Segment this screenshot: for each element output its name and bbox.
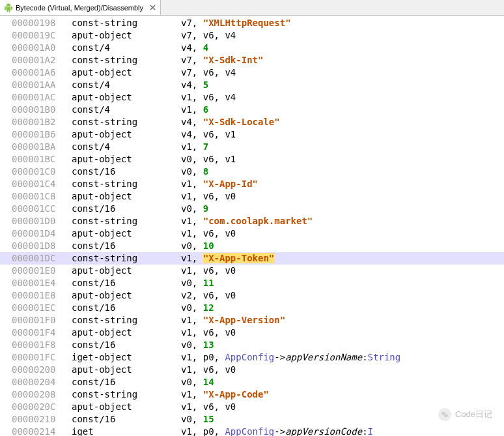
code-line[interactable]: 0000020Caput-objectv1, v6, v0 [0,401,504,413]
operands: v1, v6, v0 [181,227,236,240]
operands: v4, 5 [181,79,208,91]
code-line[interactable]: 000001BCaput-objectv0, v6, v1 [0,153,504,166]
instruction: aput-object [72,364,181,376]
code-line[interactable]: 000001C4const-stringv1, "X-App-Id" [0,178,504,190]
instruction: const/4 [72,104,181,116]
instruction: const-string [72,388,181,401]
address: 000001BC [12,153,72,166]
disassembly-listing[interactable]: 00000198const-stringv7, "XMLHttpRequest"… [0,16,504,436]
code-line[interactable]: 000001E8aput-objectv2, v6, v0 [0,289,504,302]
address: 000001AC [12,91,72,104]
code-line[interactable]: 000001E0aput-objectv1, v6, v0 [0,265,504,277]
operands: v1, "com.coolapk.market" [181,215,313,227]
code-line[interactable]: 000001ACaput-objectv1, v6, v4 [0,91,504,104]
operands: v1, v6, v0 [181,190,236,203]
code-line[interactable]: 000001BAconst/4v1, 7 [0,141,504,153]
operands: v1, "X-App-Code" [181,388,269,401]
code-line[interactable]: 000001A6aput-objectv7, v6, v4 [0,66,504,79]
address: 000001B6 [12,128,72,141]
address: 000001F4 [12,327,72,339]
address: 0000020C [12,401,72,413]
operands: v1, p0, AppConfig->appVersionCode:I [181,426,373,436]
address: 000001E0 [12,265,72,277]
instruction: iget [72,426,181,436]
android-icon [4,3,13,12]
code-line[interactable]: 000001A2const-stringv7, "X-Sdk-Int" [0,54,504,66]
code-line[interactable]: 00000208const-stringv1, "X-App-Code" [0,388,504,401]
code-line[interactable]: 000001A0const/4v4, 4 [0,42,504,54]
code-line[interactable]: 00000200aput-objectv1, v6, v0 [0,364,504,376]
instruction: const/16 [72,339,181,351]
code-line[interactable]: 00000204const/16v0, 14 [0,376,504,388]
operands: v7, v6, v4 [181,66,236,79]
code-line[interactable]: 000001F4aput-objectv1, v6, v0 [0,327,504,339]
code-line[interactable]: 000001E4const/16v0, 11 [0,277,504,289]
address: 000001D0 [12,215,72,227]
instruction: const-string [72,116,181,128]
operands: v0, 15 [181,413,214,426]
address: 000001B0 [12,104,72,116]
operands: v7, "X-Sdk-Int" [181,54,263,66]
address: 000001E4 [12,277,72,289]
close-icon[interactable] [148,4,156,12]
code-line[interactable]: 000001B2const-stringv4, "X-Sdk-Locale" [0,116,504,128]
instruction: aput-object [72,190,181,203]
code-line[interactable]: 000001D4aput-objectv1, v6, v0 [0,227,504,240]
code-line[interactable]: 000001F0const-stringv1, "X-App-Version" [0,314,504,327]
code-line[interactable]: 000001DCconst-stringv1, "X-App-Token" [0,252,504,265]
operands: v0, 8 [181,166,208,178]
address: 000001C4 [12,178,72,190]
operands: v1, v6, v4 [181,91,236,104]
address: 000001A0 [12,42,72,54]
operands: v1, v6, v0 [181,401,236,413]
operands: v7, v6, v4 [181,29,236,42]
code-line[interactable]: 000001B6aput-objectv4, v6, v1 [0,128,504,141]
code-line[interactable]: 00000210const/16v0, 15 [0,413,504,426]
instruction: aput-object [72,91,181,104]
address: 00000214 [12,426,72,436]
operands: v4, "X-Sdk-Locale" [181,116,280,128]
address: 000001F8 [12,339,72,351]
operands: v1, v6, v0 [181,364,236,376]
address: 00000210 [12,413,72,426]
operands: v2, v6, v0 [181,289,236,302]
instruction: aput-object [72,227,181,240]
code-line[interactable]: 00000214igetv1, p0, AppConfig->appVersio… [0,426,504,436]
instruction: const-string [72,178,181,190]
code-line[interactable]: 000001F8const/16v0, 13 [0,339,504,351]
address: 000001BA [12,141,72,153]
operands: v4, 4 [181,42,208,54]
instruction: aput-object [72,265,181,277]
code-line[interactable]: 000001CCconst/16v0, 9 [0,203,504,215]
instruction: const/16 [72,166,181,178]
instruction: const-string [72,54,181,66]
code-line[interactable]: 000001ECconst/16v0, 12 [0,302,504,314]
code-line[interactable]: 000001C8aput-objectv1, v6, v0 [0,190,504,203]
code-line[interactable]: 000001B0const/4v1, 6 [0,104,504,116]
instruction: const/16 [72,376,181,388]
instruction: const-string [72,17,181,29]
address: 00000204 [12,376,72,388]
instruction: aput-object [72,401,181,413]
instruction: const/16 [72,203,181,215]
instruction: const/16 [72,277,181,289]
code-line[interactable]: 000001D0const-stringv1, "com.coolapk.mar… [0,215,504,227]
code-line[interactable]: 000001D8const/16v0, 10 [0,240,504,252]
code-line[interactable]: 000001FCiget-objectv1, p0, AppConfig->ap… [0,351,504,364]
instruction: const/4 [72,79,181,91]
operands: v1, "X-App-Id" [181,178,258,190]
code-line[interactable]: 0000019Caput-objectv7, v6, v4 [0,29,504,42]
code-line[interactable]: 000001AAconst/4v4, 5 [0,79,504,91]
code-line[interactable]: 00000198const-stringv7, "XMLHttpRequest" [0,17,504,29]
address: 000001EC [12,302,72,314]
operands: v0, 11 [181,277,214,289]
instruction: const/16 [72,413,181,426]
operands: v1, "X-App-Token" [181,252,274,265]
operands: v0, 13 [181,339,214,351]
operands: v0, 12 [181,302,214,314]
tab-title: Bytecode (Virtual, Merged)/Disassembly [16,4,143,12]
operands: v0, 14 [181,376,214,388]
code-line[interactable]: 000001C0const/16v0, 8 [0,166,504,178]
address: 000001FC [12,351,72,364]
disassembly-tab[interactable]: Bytecode (Virtual, Merged)/Disassembly [0,0,161,15]
